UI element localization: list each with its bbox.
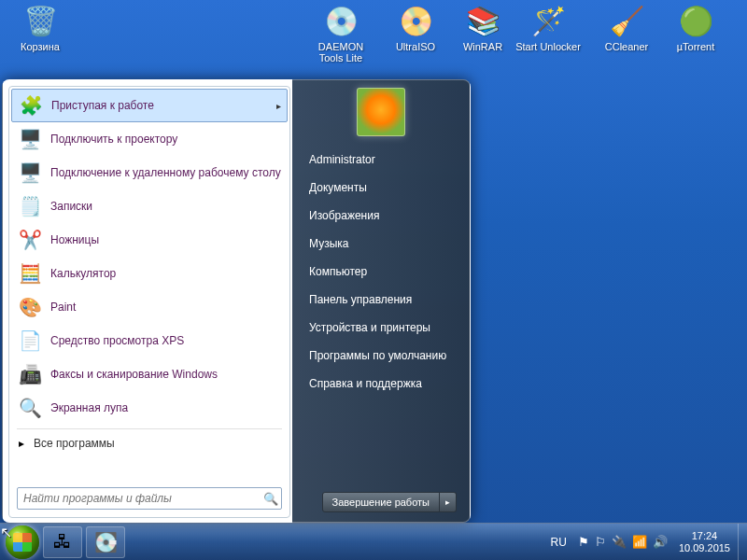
program-item[interactable]: 🖥️Подключить к проектору: [9, 122, 289, 156]
desktop-icon-winrar[interactable]: 📚WinRAR: [450, 2, 515, 52]
clock-date: 10.09.2015: [679, 542, 730, 554]
program-label: Факсы и сканирование Windows: [50, 368, 282, 381]
app-icon: 💿: [322, 2, 359, 39]
icon-label: µTorrent: [663, 41, 728, 52]
network-icon[interactable]: 📶: [632, 535, 647, 549]
desktop-icon-daemon-tools-lite[interactable]: 💿DAEMON Tools Lite: [308, 2, 374, 63]
program-label: Записки: [50, 200, 282, 213]
taskbar-item-network-connections[interactable]: 🖧: [43, 526, 82, 558]
right-pane-link[interactable]: Administrator: [305, 146, 457, 174]
all-programs-label: Все программы: [34, 437, 115, 450]
right-pane-link[interactable]: Программы по умолчанию: [305, 342, 457, 370]
program-icon: 🗒️: [17, 193, 43, 219]
program-label: Приступая к работе: [51, 99, 276, 112]
right-pane-link[interactable]: Музыка: [305, 230, 457, 258]
show-desktop-button[interactable]: [738, 524, 747, 561]
desktop-icon-ccleaner[interactable]: 🧹CCleaner: [594, 2, 659, 52]
submenu-arrow-icon: ▸: [276, 101, 281, 111]
clock[interactable]: 17:24 10.09.2015: [671, 530, 738, 554]
program-item[interactable]: 📄Средство просмотра XPS: [9, 324, 289, 357]
clock-time: 17:24: [679, 530, 730, 542]
program-item[interactable]: 📠Факсы и сканирование Windows: [9, 357, 289, 391]
start-menu-right-pane: AdministratorДокументыИзображенияМузыкаК…: [292, 80, 470, 522]
user-avatar[interactable]: [357, 88, 405, 136]
shutdown-group: Завершение работы ▸: [322, 492, 457, 512]
triangle-icon: ▸: [19, 437, 24, 450]
start-menu-left-pane: 🧩Приступая к работе▸🖥️Подключить к проек…: [8, 86, 290, 518]
program-label: Подключение к удаленному рабочему столу: [50, 166, 282, 179]
right-pane-link[interactable]: Устройства и принтеры: [305, 314, 457, 342]
search-box[interactable]: 🔍: [17, 487, 282, 510]
right-pane-link[interactable]: Изображения: [305, 202, 457, 230]
desktop-icon-µtorrent[interactable]: 🟢µTorrent: [663, 2, 728, 52]
separator: [17, 428, 282, 429]
volume-icon[interactable]: 🔊: [653, 535, 668, 549]
power-icon[interactable]: 🔌: [612, 535, 627, 549]
windows-orb-icon: [6, 525, 39, 559]
program-icon: 🧮: [17, 260, 43, 287]
shutdown-button[interactable]: Завершение работы: [322, 492, 440, 512]
program-item[interactable]: ✂️Ножницы: [9, 223, 289, 257]
app-icon: 🗑️: [21, 2, 59, 39]
program-item[interactable]: 🗒️Записки: [9, 189, 289, 223]
icon-label: Start Unlocker: [515, 41, 581, 52]
action-center-icon[interactable]: ⚐: [595, 535, 606, 549]
app-icon: 📀: [397, 2, 434, 39]
start-button[interactable]: [4, 524, 41, 561]
program-list: 🧩Приступая к работе▸🖥️Подключить к проек…: [9, 87, 289, 427]
all-programs-button[interactable]: ▸ Все программы: [9, 431, 289, 455]
icon-label: CCleaner: [594, 41, 659, 52]
program-item[interactable]: 🎨Paint: [9, 290, 289, 324]
desktop-icon-корзина[interactable]: 🗑️Корзина: [7, 2, 73, 52]
program-icon: 🎨: [17, 294, 43, 320]
taskbar: 🖧💽 RU ⚑ ⚐ 🔌 📶 🔊 17:24 10.09.2015: [0, 523, 747, 560]
program-item[interactable]: 🖥️Подключение к удаленному рабочему стол…: [9, 156, 289, 189]
flag-icon[interactable]: ⚑: [578, 535, 589, 549]
search-input[interactable]: [18, 492, 261, 505]
program-icon: ✂️: [17, 227, 43, 253]
program-icon: 🖥️: [17, 160, 43, 186]
language-indicator[interactable]: RU: [545, 536, 572, 549]
program-label: Paint: [50, 301, 282, 314]
shutdown-options-button[interactable]: ▸: [440, 492, 457, 512]
app-icon: 🟢: [677, 2, 714, 39]
program-label: Ножницы: [50, 233, 282, 246]
start-menu: 🧩Приступая к работе▸🖥️Подключить к проек…: [2, 79, 471, 523]
taskbar-item-media-app[interactable]: 💽: [86, 526, 125, 558]
program-item[interactable]: 🧩Приступая к работе▸: [11, 89, 288, 122]
search-icon: 🔍: [261, 492, 281, 506]
system-tray: RU ⚑ ⚐ 🔌 📶 🔊: [542, 535, 671, 549]
program-icon: 🖥️: [17, 126, 43, 152]
app-icon: 📚: [464, 2, 501, 39]
right-pane-link[interactable]: Компьютер: [305, 258, 457, 286]
program-icon: 📠: [17, 361, 43, 387]
right-pane-link[interactable]: Справка и поддержка: [305, 370, 457, 398]
program-label: Экранная лупа: [50, 401, 282, 414]
icon-label: WinRAR: [450, 41, 515, 52]
right-pane-link[interactable]: Документы: [305, 174, 457, 202]
program-label: Калькулятор: [50, 267, 282, 280]
icon-label: UltraISO: [383, 41, 448, 52]
desktop-icon-start-unlocker[interactable]: 🪄Start Unlocker: [515, 2, 581, 52]
right-pane-link[interactable]: Панель управления: [305, 286, 457, 314]
program-label: Подключить к проектору: [50, 133, 282, 146]
icon-label: Корзина: [7, 41, 73, 52]
program-item[interactable]: 🧮Калькулятор: [9, 257, 289, 290]
app-icon: 🪄: [529, 2, 567, 39]
program-icon: 🔍: [17, 395, 43, 421]
program-icon: 📄: [17, 328, 43, 354]
desktop-icon-ultraiso[interactable]: 📀UltraISO: [383, 2, 448, 52]
program-icon: 🧩: [18, 92, 44, 119]
program-label: Средство просмотра XPS: [50, 334, 282, 347]
icon-label: DAEMON Tools Lite: [308, 41, 374, 63]
program-item[interactable]: 🔍Экранная лупа: [9, 391, 289, 425]
app-icon: 🧹: [608, 2, 645, 39]
